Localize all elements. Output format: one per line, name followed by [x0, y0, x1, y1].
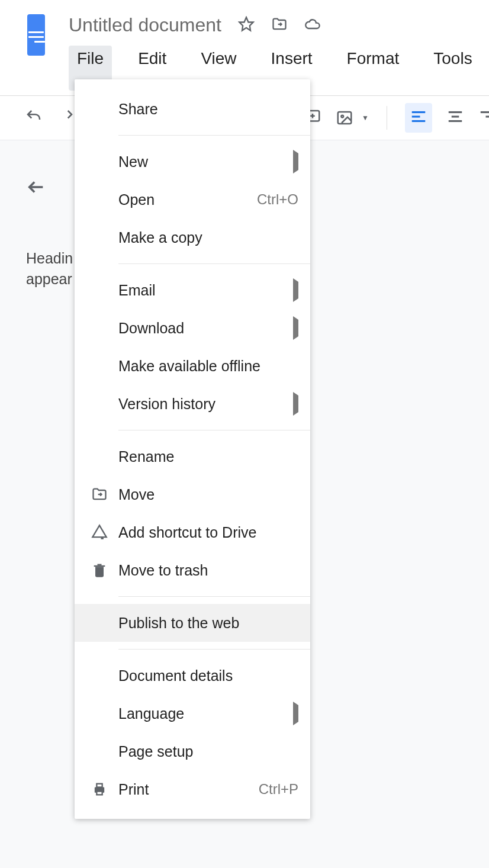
menu-email[interactable]: Email	[75, 271, 310, 309]
svg-marker-0	[239, 17, 253, 30]
star-icon[interactable]	[238, 16, 255, 35]
menu-publish-web[interactable]: Publish to the web	[75, 604, 310, 642]
document-title[interactable]: Untitled document	[69, 14, 221, 36]
back-arrow-icon[interactable]	[26, 189, 46, 199]
menu-language[interactable]: Language	[75, 695, 310, 732]
menu-format[interactable]: Format	[339, 46, 408, 91]
print-icon	[91, 781, 108, 798]
menu-move[interactable]: Move	[75, 475, 310, 513]
svg-rect-14	[96, 784, 102, 787]
menu-tools[interactable]: Tools	[425, 46, 480, 91]
file-menu-dropdown: Share New OpenCtrl+O Make a copy Email D…	[75, 79, 310, 819]
drive-shortcut-icon	[91, 524, 108, 541]
align-left-button[interactable]	[405, 103, 432, 133]
menu-make-copy[interactable]: Make a copy	[75, 218, 310, 256]
trash-icon	[91, 562, 108, 578]
folder-move-icon	[91, 486, 108, 503]
menu-share[interactable]: Share	[75, 90, 310, 128]
insert-image-button[interactable]: ▼	[336, 109, 369, 127]
align-right-button[interactable]	[478, 108, 489, 128]
align-center-button[interactable]	[446, 108, 464, 128]
menu-page-setup[interactable]: Page setup	[75, 732, 310, 770]
menu-version-history[interactable]: Version history	[75, 385, 310, 423]
cloud-status-icon[interactable]	[304, 16, 321, 35]
menu-offline[interactable]: Make available offline	[75, 347, 310, 385]
menu-new[interactable]: New	[75, 143, 310, 181]
menu-rename[interactable]: Rename	[75, 438, 310, 475]
redo-button[interactable]	[57, 108, 75, 128]
menu-print[interactable]: PrintCtrl+P	[75, 770, 310, 808]
svg-point-3	[341, 115, 343, 118]
menu-download[interactable]: Download	[75, 309, 310, 347]
svg-rect-15	[96, 792, 102, 795]
menu-move-trash[interactable]: Move to trash	[75, 551, 310, 589]
menu-open[interactable]: OpenCtrl+O	[75, 181, 310, 218]
menu-add-shortcut[interactable]: Add shortcut to Drive	[75, 513, 310, 551]
move-folder-icon[interactable]	[271, 16, 288, 35]
docs-logo-icon[interactable]	[27, 14, 45, 56]
menu-document-details[interactable]: Document details	[75, 657, 310, 695]
header: Untitled document File Edit View Insert …	[0, 0, 489, 91]
undo-button[interactable]	[25, 108, 43, 128]
